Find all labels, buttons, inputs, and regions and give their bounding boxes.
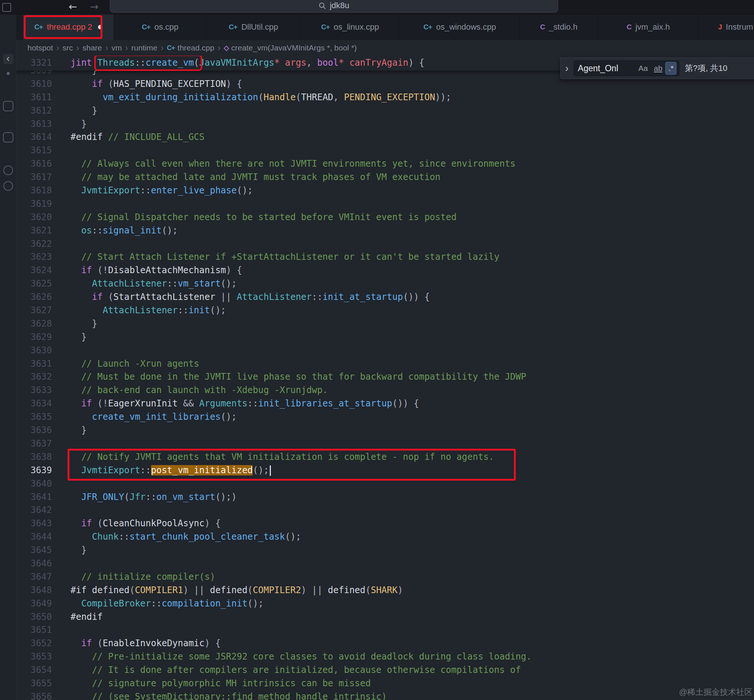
tab--stdio-h[interactable]: C_stdio.h	[520, 14, 598, 40]
code-line[interactable]: 3641 JFR_ONLY(Jfr::on_vm_start();)	[16, 491, 754, 504]
code-line[interactable]: 3649 CompileBroker::compilation_init();	[16, 597, 754, 611]
code-line[interactable]: 3628 }	[16, 317, 754, 331]
code-line[interactable]: 3654 // It is done after compilers are i…	[16, 664, 754, 677]
circle-icon[interactable]	[3, 166, 13, 175]
breadcrumb-item[interactable]: src	[63, 44, 73, 52]
layout-icon[interactable]	[2, 3, 11, 12]
code-text: // signature polymorphic MH intrinsics c…	[52, 677, 371, 691]
code-line[interactable]: 3645 }	[16, 544, 754, 557]
line-number: 3621	[16, 224, 52, 238]
line-number: 3616	[16, 157, 52, 171]
code-line[interactable]: 3623 // Start Attach Listener if +StartA…	[16, 250, 754, 264]
code-line[interactable]: 3647 // initialize compiler(s)	[16, 570, 754, 584]
back-button[interactable]: ←	[69, 0, 77, 14]
code-line[interactable]: 3643 if (CleanChunkPoolAsync) {	[16, 517, 754, 530]
code-line[interactable]: 3651	[16, 623, 754, 637]
code-line[interactable]: 3612 }	[16, 104, 754, 118]
extension-icon[interactable]	[3, 101, 13, 111]
code-line[interactable]: 3615	[16, 144, 754, 157]
c-header-file-icon: C	[540, 23, 545, 31]
whole-word-button[interactable]: ab	[651, 62, 665, 74]
line-number: 3643	[16, 517, 52, 530]
circle-icon[interactable]	[3, 181, 13, 191]
match-case-button[interactable]: Aa	[635, 62, 651, 74]
tab-thread-cpp-2[interactable]: C+thread.cpp 2	[23, 14, 114, 40]
code-line[interactable]: 3620 // Signal Dispatcher needs to be st…	[16, 211, 754, 224]
line-number: 3632	[16, 370, 52, 384]
line-number: 3653	[16, 650, 52, 664]
forward-button[interactable]: →	[90, 0, 99, 14]
breadcrumb-item[interactable]: hotspot	[28, 44, 53, 52]
code-line[interactable]: 3627 AttachListener::init();	[16, 304, 754, 317]
regex-button[interactable]: .*	[666, 62, 676, 74]
code-line[interactable]: 3638 // Notify JVMTI agents that VM init…	[16, 451, 754, 464]
code-line[interactable]: 3646	[16, 557, 754, 570]
line-number: 3635	[16, 411, 52, 424]
code-line[interactable]: 3611 vm_exit_during_initialization(Handl…	[16, 91, 754, 104]
code-line[interactable]: 3618 JvmtiExport::enter_live_phase();	[16, 184, 754, 197]
code-line[interactable]: 3650#endif	[16, 611, 754, 624]
line-number: 3611	[16, 91, 52, 104]
code-text: // may be attached late and JVMTI must t…	[52, 171, 440, 184]
code-line[interactable]: 3644 Chunk::start_chunk_pool_cleaner_tas…	[16, 530, 754, 544]
code-line[interactable]: 3626 if (StartAttachListener || AttachLi…	[16, 291, 754, 304]
code-line[interactable]: 3636 }	[16, 424, 754, 437]
collapse-sidebar-icon[interactable]: ‹	[3, 54, 13, 64]
code-line[interactable]: 3648#if defined(COMPILER1) || defined(CO…	[16, 584, 754, 597]
toggle-replace-icon[interactable]: ›	[565, 58, 568, 78]
breadcrumb-item[interactable]: share	[83, 44, 102, 52]
find-input[interactable]	[577, 63, 635, 74]
tab-os-linux-cpp[interactable]: C+os_linux.cpp	[301, 14, 400, 40]
code-line[interactable]: 3614#endif // INCLUDE_ALL_GCS	[16, 131, 754, 144]
code-line[interactable]: 3642	[16, 504, 754, 517]
code-text: }	[52, 118, 86, 131]
tab-instrum[interactable]: JInstrum	[699, 14, 754, 40]
code-text: if (EnableInvokeDynamic) {	[52, 637, 221, 650]
tab-dllutil-cpp[interactable]: C+DllUtil.cpp	[207, 14, 301, 40]
code-line[interactable]: 3633 // back-end can launch with -Xdebug…	[16, 384, 754, 397]
tab-os-windows-cpp[interactable]: C+os_windows.cpp	[400, 14, 520, 40]
line-number: 3619	[16, 197, 52, 211]
code-line[interactable]: 3619	[16, 197, 754, 211]
editor[interactable]: 3609 }3610 if (HAS_PENDING_EXCEPTION) {3…	[16, 56, 754, 700]
breadcrumb-item[interactable]: ◇create_vm(JavaVMInitArgs *, bool *)	[224, 44, 357, 52]
command-center[interactable]: jdk8u	[110, 0, 558, 12]
line-number: 3636	[16, 424, 52, 437]
code-line[interactable]: 3639 JvmtiExport::post_vm_initialized();	[16, 464, 754, 477]
code-line[interactable]: 3621 os::signal_init();	[16, 224, 754, 238]
code-text: }	[52, 331, 86, 344]
code-line[interactable]: 3625 AttachListener::vm_start();	[16, 277, 754, 291]
tab-jvm-aix-h[interactable]: Cjvm_aix.h	[598, 14, 699, 40]
tab-os-cpp[interactable]: C+os.cpp	[114, 14, 207, 40]
code-line[interactable]: 3630	[16, 344, 754, 358]
breadcrumb-item[interactable]: runtime	[131, 44, 157, 52]
code-line[interactable]: 3616 // Always call even when there are …	[16, 157, 754, 171]
tab-label: os.cpp	[155, 22, 178, 32]
code-line[interactable]: 3635 create_vm_init_libraries();	[16, 411, 754, 424]
extension-icon[interactable]	[3, 132, 13, 142]
code-line[interactable]: 3655 // signature polymorphic MH intrins…	[16, 677, 754, 691]
code-line[interactable]: 3624 if (!DisableAttachMechanism) {	[16, 264, 754, 277]
code-line[interactable]: 3632 // Must be done in the JVMTI live p…	[16, 370, 754, 384]
code-text: // Pre-initialize some JSR292 core class…	[52, 650, 532, 664]
code-line[interactable]: 3629 }	[16, 331, 754, 344]
code-line[interactable]: 3640	[16, 477, 754, 491]
code-text: Chunk::start_chunk_pool_cleaner_task();	[52, 530, 301, 544]
tab-label: os_linux.cpp	[334, 22, 379, 32]
code-line[interactable]: 3656 // (see SystemDictionary::find_meth…	[16, 691, 754, 700]
code-line[interactable]: 3653 // Pre-initialize some JSR292 core …	[16, 650, 754, 664]
code-text: // (see SystemDictionary::find_method_ha…	[52, 691, 387, 700]
breadcrumb-item[interactable]: C+thread.cpp	[167, 44, 214, 52]
code-line[interactable]: 3634 if (!EagerXrunInit && Arguments::in…	[16, 397, 754, 411]
tab-label: jvm_aix.h	[635, 22, 670, 32]
breadcrumb-item[interactable]: vm	[111, 44, 122, 52]
code-line[interactable]: 3610 if (HAS_PENDING_EXCEPTION) {	[16, 78, 754, 91]
watermark: @稀土掘金技术社区	[679, 687, 752, 698]
code-line[interactable]: 3613 }	[16, 118, 754, 131]
cpp-file-icon: C+	[142, 23, 150, 31]
code-line[interactable]: 3637	[16, 437, 754, 451]
code-line[interactable]: 3622	[16, 238, 754, 251]
code-line[interactable]: 3617 // may be attached late and JVMTI m…	[16, 171, 754, 184]
code-line[interactable]: 3631 // Launch -Xrun agents	[16, 358, 754, 371]
code-line[interactable]: 3652 if (EnableInvokeDynamic) {	[16, 637, 754, 650]
